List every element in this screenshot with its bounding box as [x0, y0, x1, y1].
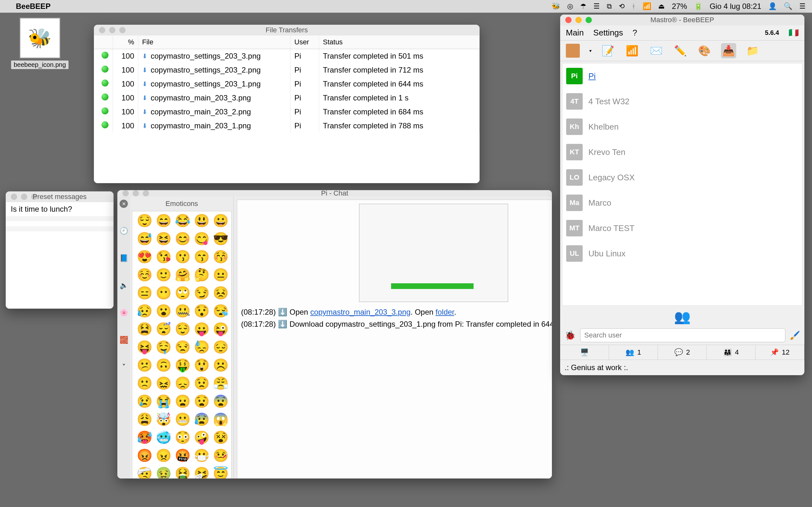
open-file-link[interactable]: copymastro_main_203_3.png: [310, 308, 410, 316]
open-folder-icon[interactable]: 📁: [745, 43, 760, 58]
emoji-item[interactable]: 🤐: [175, 303, 191, 319]
close-window-button[interactable]: [11, 193, 17, 200]
zoom-window-button[interactable]: [586, 17, 592, 23]
emoji-item[interactable]: 😋: [194, 231, 210, 246]
emoji-item[interactable]: 😅: [137, 231, 153, 246]
emoji-item[interactable]: 🤬: [175, 448, 191, 463]
transfer-row[interactable]: 100⬇copymastro_settings_203_2.pngPiTrans…: [94, 63, 479, 77]
user-row[interactable]: LOLegacy OSX: [562, 165, 802, 190]
emoji-item[interactable]: 😷: [194, 448, 210, 463]
emoji-item[interactable]: 😧: [194, 394, 210, 409]
compose-icon[interactable]: ✏️: [673, 43, 688, 58]
tab-chats[interactable]: 💬2: [658, 345, 707, 360]
emoji-item[interactable]: 😟: [194, 376, 210, 391]
minimize-window-button[interactable]: [21, 193, 27, 200]
emoji-item[interactable]: 😚: [213, 249, 229, 264]
transfer-row[interactable]: 100⬇copymastro_main_203_3.pngPiTransfer …: [94, 91, 479, 105]
user-row[interactable]: 4T4 Test W32: [562, 89, 802, 114]
sound-tab-icon[interactable]: 🔈: [119, 281, 128, 290]
emoji-item[interactable]: 😱: [213, 412, 229, 427]
battery-icon[interactable]: 🔋: [694, 2, 703, 10]
emoji-item[interactable]: 😕: [137, 358, 153, 373]
emoji-item[interactable]: 😡: [137, 448, 153, 463]
emoji-item[interactable]: 🤒: [213, 448, 229, 463]
image-preview[interactable]: [359, 204, 508, 302]
list-tray-icon[interactable]: ☰: [799, 2, 806, 10]
col-user[interactable]: User: [291, 36, 319, 49]
emoji-item[interactable]: 😞: [175, 376, 191, 391]
preset-message-item[interactable]: [6, 226, 113, 231]
close-window-button[interactable]: [99, 27, 105, 33]
col-file[interactable]: File: [138, 36, 291, 49]
emoji-item[interactable]: ☹️: [213, 358, 229, 373]
zoom-window-button[interactable]: [31, 193, 38, 200]
emoji-item[interactable]: 😳: [175, 430, 191, 445]
clock-datetime[interactable]: Gio 4 lug 08:21: [710, 2, 761, 11]
user-row[interactable]: KTKrevo Ten: [562, 139, 802, 165]
emoji-item[interactable]: 😒: [175, 340, 191, 354]
preset-message-item[interactable]: [6, 216, 113, 221]
broadcast-icon[interactable]: 📶: [624, 43, 640, 58]
emoji-item[interactable]: 🙄: [175, 285, 191, 300]
emoji-item[interactable]: 🤑: [175, 358, 191, 373]
transfer-row[interactable]: 100⬇copymastro_settings_203_1.pngPiTrans…: [94, 77, 479, 91]
emoji-item[interactable]: 😊: [175, 231, 191, 246]
download-folder-icon[interactable]: 📥: [721, 43, 736, 58]
emoji-item[interactable]: 😩: [137, 412, 153, 427]
emoji-item[interactable]: 😌: [175, 322, 191, 337]
preset-message-item[interactable]: Is it time to lunch?: [6, 202, 113, 216]
menu-main[interactable]: Main: [566, 28, 583, 38]
col-status[interactable]: Status: [319, 36, 479, 49]
close-window-button[interactable]: [565, 17, 571, 23]
emoji-item[interactable]: 😠: [156, 448, 171, 463]
emoji-item[interactable]: 😢: [137, 394, 153, 409]
palette-icon[interactable]: 🎨: [697, 43, 712, 58]
emoji-item[interactable]: 😨: [213, 394, 229, 409]
battery-percent[interactable]: 27%: [672, 2, 687, 11]
emoji-item[interactable]: 😀: [213, 213, 229, 228]
emoji-item[interactable]: 🙃: [156, 358, 171, 373]
emoji-item[interactable]: 😙: [194, 249, 210, 264]
emoji-item[interactable]: 😬: [175, 412, 191, 427]
eject-tray-icon[interactable]: ⏏: [658, 2, 665, 10]
user-row[interactable]: KhKhelben: [562, 114, 802, 139]
emoji-item[interactable]: 🤢: [156, 466, 171, 478]
emoji-item[interactable]: 😭: [156, 394, 171, 409]
emoji-item[interactable]: 🤔: [194, 268, 210, 282]
emoji-item[interactable]: 😄: [156, 213, 171, 228]
user-list[interactable]: PiPi4T4 Test W32KhKhelbenKTKrevo TenLOLe…: [562, 63, 803, 306]
tab-groups[interactable]: 👨‍👩‍👧4: [707, 345, 756, 360]
emoji-item[interactable]: 😣: [213, 285, 229, 300]
wifi-tray-icon[interactable]: 📶: [643, 2, 651, 10]
emoji-item[interactable]: 😰: [194, 412, 210, 427]
close-window-button[interactable]: [122, 190, 129, 196]
objects-tab-icon[interactable]: 🧱: [119, 336, 128, 344]
search-user-input[interactable]: [580, 328, 785, 342]
emoji-item[interactable]: 🤮: [175, 466, 191, 478]
emoji-item[interactable]: 😎: [213, 231, 229, 246]
emoji-item[interactable]: 😐: [213, 268, 229, 282]
emoji-item[interactable]: 🤯: [156, 412, 171, 427]
clear-search-icon[interactable]: 🖌️: [790, 331, 800, 340]
emoji-item[interactable]: 🙂: [156, 268, 171, 282]
emoji-item[interactable]: 😏: [194, 285, 210, 300]
emoji-item[interactable]: 🤤: [156, 340, 171, 354]
recent-tab-icon[interactable]: 🕘: [119, 227, 128, 235]
cc-tray-icon[interactable]: ◎: [567, 2, 573, 10]
emoji-item[interactable]: 😃: [194, 213, 210, 228]
menu-help[interactable]: ?: [632, 28, 637, 38]
tab-desktop[interactable]: 🖥️: [560, 345, 609, 360]
col-percent[interactable]: %: [113, 36, 138, 49]
emoji-item[interactable]: 😓: [194, 340, 210, 354]
emoji-item[interactable]: 🤕: [137, 466, 153, 478]
close-panel-button[interactable]: ✕: [119, 200, 128, 208]
transfer-row[interactable]: 100⬇copymastro_settings_203_3.pngPiTrans…: [94, 49, 479, 63]
user-tray-icon[interactable]: 👤: [768, 2, 777, 10]
emoji-item[interactable]: 😤: [213, 376, 229, 391]
favorites-tab-icon[interactable]: 📘: [119, 254, 128, 262]
emoji-item[interactable]: 🙁: [137, 376, 153, 391]
stacks-tray-icon[interactable]: ☰: [594, 2, 600, 10]
active-app-name[interactable]: BeeBEEP: [16, 2, 50, 11]
emoji-item[interactable]: 😖: [156, 376, 171, 391]
preset-message-item[interactable]: [6, 221, 113, 226]
